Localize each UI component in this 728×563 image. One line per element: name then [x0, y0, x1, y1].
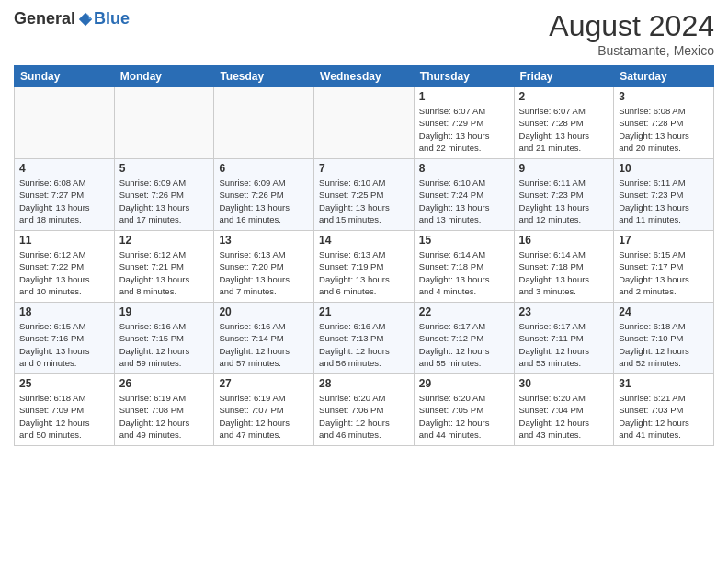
calendar-cell: 28Sunrise: 6:20 AM Sunset: 7:06 PM Dayli… [314, 374, 415, 446]
calendar-cell: 14Sunrise: 6:13 AM Sunset: 7:19 PM Dayli… [314, 231, 415, 303]
header-saturday: Saturday [614, 66, 714, 87]
day-number: 27 [219, 377, 309, 390]
header-sunday: Sunday [15, 66, 115, 87]
day-number: 8 [419, 162, 509, 175]
logo-text: General Blue [14, 9, 130, 29]
calendar-cell: 3Sunrise: 6:08 AM Sunset: 7:28 PM Daylig… [614, 87, 714, 159]
day-info: Sunrise: 6:08 AM Sunset: 7:27 PM Dayligh… [19, 177, 109, 225]
day-number: 24 [619, 305, 709, 318]
calendar-week-3: 11Sunrise: 6:12 AM Sunset: 7:22 PM Dayli… [15, 231, 714, 303]
day-number: 14 [319, 234, 409, 247]
day-info: Sunrise: 6:19 AM Sunset: 7:08 PM Dayligh… [119, 392, 210, 441]
day-number: 22 [419, 305, 509, 318]
header-thursday: Thursday [414, 66, 514, 87]
calendar-cell: 26Sunrise: 6:19 AM Sunset: 7:08 PM Dayli… [114, 374, 214, 446]
day-number: 17 [619, 234, 709, 247]
logo-blue: Blue [94, 9, 130, 29]
day-info: Sunrise: 6:10 AM Sunset: 7:25 PM Dayligh… [319, 177, 409, 225]
day-number: 23 [519, 305, 609, 318]
day-info: Sunrise: 6:08 AM Sunset: 7:28 PM Dayligh… [619, 105, 709, 154]
calendar: Sunday Monday Tuesday Wednesday Thursday… [14, 65, 714, 446]
calendar-cell: 8Sunrise: 6:10 AM Sunset: 7:24 PM Daylig… [414, 159, 514, 231]
day-number: 4 [19, 162, 109, 175]
calendar-week-1: 1Sunrise: 6:07 AM Sunset: 7:29 PM Daylig… [15, 87, 714, 159]
calendar-cell [114, 87, 214, 159]
day-info: Sunrise: 6:16 AM Sunset: 7:14 PM Dayligh… [219, 320, 309, 369]
day-number: 28 [319, 377, 409, 390]
calendar-cell: 21Sunrise: 6:16 AM Sunset: 7:13 PM Dayli… [314, 303, 415, 374]
calendar-cell: 7Sunrise: 6:10 AM Sunset: 7:25 PM Daylig… [314, 159, 415, 231]
day-number: 20 [219, 305, 309, 318]
weekday-header-row: Sunday Monday Tuesday Wednesday Thursday… [15, 66, 714, 87]
day-info: Sunrise: 6:16 AM Sunset: 7:13 PM Dayligh… [319, 320, 409, 369]
calendar-cell: 31Sunrise: 6:21 AM Sunset: 7:03 PM Dayli… [614, 374, 714, 446]
day-number: 12 [119, 234, 210, 247]
day-number: 1 [419, 90, 509, 103]
calendar-cell [15, 87, 115, 159]
day-info: Sunrise: 6:17 AM Sunset: 7:12 PM Dayligh… [419, 320, 509, 369]
day-info: Sunrise: 6:17 AM Sunset: 7:11 PM Dayligh… [519, 320, 609, 369]
day-number: 29 [419, 377, 509, 390]
day-number: 11 [19, 234, 109, 247]
calendar-cell: 19Sunrise: 6:16 AM Sunset: 7:15 PM Dayli… [114, 303, 214, 374]
day-info: Sunrise: 6:20 AM Sunset: 7:05 PM Dayligh… [419, 392, 509, 441]
calendar-cell: 2Sunrise: 6:07 AM Sunset: 7:28 PM Daylig… [514, 87, 614, 159]
day-info: Sunrise: 6:16 AM Sunset: 7:15 PM Dayligh… [119, 320, 210, 369]
calendar-cell [214, 87, 314, 159]
calendar-cell: 1Sunrise: 6:07 AM Sunset: 7:29 PM Daylig… [414, 87, 514, 159]
day-number: 31 [619, 377, 709, 390]
day-info: Sunrise: 6:13 AM Sunset: 7:20 PM Dayligh… [219, 248, 309, 297]
day-number: 9 [519, 162, 609, 175]
header-wednesday: Wednesday [314, 66, 415, 87]
day-info: Sunrise: 6:09 AM Sunset: 7:26 PM Dayligh… [219, 177, 309, 225]
calendar-cell [314, 87, 415, 159]
location: Bustamante, Mexico [549, 43, 714, 58]
calendar-cell: 30Sunrise: 6:20 AM Sunset: 7:04 PM Dayli… [514, 374, 614, 446]
page: General Blue August 2024 Bustamante, Mex… [0, 0, 728, 563]
day-info: Sunrise: 6:18 AM Sunset: 7:10 PM Dayligh… [619, 320, 709, 369]
day-number: 26 [119, 377, 210, 390]
calendar-cell: 20Sunrise: 6:16 AM Sunset: 7:14 PM Dayli… [214, 303, 314, 374]
day-info: Sunrise: 6:20 AM Sunset: 7:06 PM Dayligh… [319, 392, 409, 441]
day-number: 18 [19, 305, 109, 318]
calendar-week-5: 25Sunrise: 6:18 AM Sunset: 7:09 PM Dayli… [15, 374, 714, 446]
day-info: Sunrise: 6:14 AM Sunset: 7:18 PM Dayligh… [519, 248, 609, 297]
calendar-cell: 18Sunrise: 6:15 AM Sunset: 7:16 PM Dayli… [15, 303, 115, 374]
day-info: Sunrise: 6:12 AM Sunset: 7:22 PM Dayligh… [19, 248, 109, 297]
day-info: Sunrise: 6:13 AM Sunset: 7:19 PM Dayligh… [319, 248, 409, 297]
day-number: 3 [619, 90, 709, 103]
day-number: 25 [19, 377, 109, 390]
header-monday: Monday [114, 66, 214, 87]
header: General Blue August 2024 Bustamante, Mex… [14, 9, 714, 58]
header-tuesday: Tuesday [214, 66, 314, 87]
day-number: 16 [519, 234, 609, 247]
day-number: 15 [419, 234, 509, 247]
logo: General Blue [14, 9, 130, 29]
calendar-cell: 10Sunrise: 6:11 AM Sunset: 7:23 PM Dayli… [614, 159, 714, 231]
day-number: 6 [219, 162, 309, 175]
calendar-week-4: 18Sunrise: 6:15 AM Sunset: 7:16 PM Dayli… [15, 303, 714, 374]
day-number: 10 [619, 162, 709, 175]
day-number: 13 [219, 234, 309, 247]
header-friday: Friday [514, 66, 614, 87]
calendar-cell: 23Sunrise: 6:17 AM Sunset: 7:11 PM Dayli… [514, 303, 614, 374]
day-info: Sunrise: 6:07 AM Sunset: 7:29 PM Dayligh… [419, 105, 509, 154]
calendar-cell: 24Sunrise: 6:18 AM Sunset: 7:10 PM Dayli… [614, 303, 714, 374]
calendar-week-2: 4Sunrise: 6:08 AM Sunset: 7:27 PM Daylig… [15, 159, 714, 231]
day-info: Sunrise: 6:07 AM Sunset: 7:28 PM Dayligh… [519, 105, 609, 154]
calendar-cell: 9Sunrise: 6:11 AM Sunset: 7:23 PM Daylig… [514, 159, 614, 231]
calendar-cell: 27Sunrise: 6:19 AM Sunset: 7:07 PM Dayli… [214, 374, 314, 446]
logo-icon [77, 11, 94, 28]
title-block: August 2024 Bustamante, Mexico [549, 9, 714, 58]
day-number: 5 [119, 162, 210, 175]
day-info: Sunrise: 6:10 AM Sunset: 7:24 PM Dayligh… [419, 177, 509, 225]
calendar-cell: 25Sunrise: 6:18 AM Sunset: 7:09 PM Dayli… [15, 374, 115, 446]
calendar-cell: 12Sunrise: 6:12 AM Sunset: 7:21 PM Dayli… [114, 231, 214, 303]
day-number: 7 [319, 162, 409, 175]
day-info: Sunrise: 6:18 AM Sunset: 7:09 PM Dayligh… [19, 392, 109, 441]
logo-general: General [14, 9, 75, 29]
calendar-cell: 4Sunrise: 6:08 AM Sunset: 7:27 PM Daylig… [15, 159, 115, 231]
calendar-cell: 17Sunrise: 6:15 AM Sunset: 7:17 PM Dayli… [614, 231, 714, 303]
day-info: Sunrise: 6:09 AM Sunset: 7:26 PM Dayligh… [119, 177, 210, 225]
day-info: Sunrise: 6:15 AM Sunset: 7:17 PM Dayligh… [619, 248, 709, 297]
